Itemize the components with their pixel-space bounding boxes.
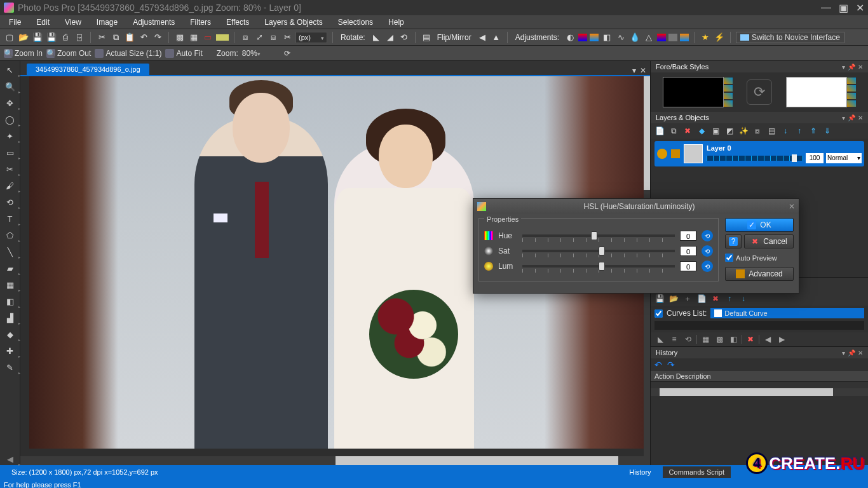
eraser-tool-icon[interactable]: ◧ <box>4 295 17 308</box>
curve-tool3-icon[interactable]: ⟲ <box>682 334 694 345</box>
hue-reset-icon[interactable]: ⟲ <box>702 230 713 241</box>
desaturate-icon[interactable] <box>668 34 677 41</box>
wand-tool-icon[interactable]: ✦ <box>4 130 17 142</box>
curves-icon[interactable]: ∿ <box>615 32 627 43</box>
hue-value[interactable]: 0 <box>680 231 696 241</box>
rotate-right-icon[interactable]: ◢ <box>384 32 396 43</box>
history-h-scrollbar[interactable] <box>651 388 868 396</box>
tab-menu-icon[interactable]: ▾ <box>632 66 636 75</box>
redo-history-icon[interactable]: ↷ <box>667 360 675 370</box>
flatten-icon[interactable]: ▤ <box>766 126 776 136</box>
opacity-value[interactable]: 100 <box>806 153 824 163</box>
pointer-tool-icon[interactable]: ↖ <box>4 64 17 76</box>
panel-menu-icon[interactable]: ▾ <box>842 64 845 71</box>
zoom-refresh-icon[interactable]: ⟳ <box>284 49 290 58</box>
swap-colors-icon[interactable]: ⟳ <box>747 79 772 105</box>
curve-tool9-icon[interactable]: ▶ <box>776 334 787 345</box>
zoom-in-button[interactable]: 🔍Zoom In <box>4 49 43 58</box>
magnify-tool-icon[interactable]: 🔍 <box>4 80 17 93</box>
color-balance-icon[interactable] <box>590 34 599 41</box>
curve-up-icon[interactable]: ↑ <box>724 294 735 304</box>
novice-button[interactable]: Switch to Novice Interface <box>736 32 844 43</box>
unit-dropdown[interactable]: (px) <box>295 32 327 43</box>
menu-effects[interactable]: Effects <box>220 17 255 28</box>
menu-help[interactable]: Help <box>382 17 410 28</box>
heal-tool-icon[interactable]: ✚ <box>4 344 17 357</box>
flip-v-icon[interactable]: ▲ <box>491 32 502 43</box>
hsl-help-button[interactable]: ? <box>725 234 742 248</box>
screenshot-icon[interactable]: ▩ <box>174 32 186 43</box>
menu-layers[interactable]: Layers & Objects <box>258 17 329 28</box>
canvas-resize-icon[interactable]: ⧇ <box>268 32 279 43</box>
menu-image[interactable]: Image <box>90 17 124 28</box>
new-layer-icon[interactable]: 📄 <box>654 126 665 136</box>
curve-tool6-icon[interactable]: ◧ <box>728 334 739 345</box>
lum-slider[interactable] <box>522 265 675 268</box>
menu-filters[interactable]: Filters <box>184 17 217 28</box>
lum-reset-icon[interactable]: ⟲ <box>702 261 713 272</box>
curve-del-icon[interactable]: 📄 <box>696 294 707 304</box>
ruler-icon[interactable] <box>216 34 229 41</box>
stamp-tool-icon[interactable]: ▟ <box>4 311 17 324</box>
shape-tool-icon[interactable]: ⬠ <box>4 229 17 241</box>
maximize-icon[interactable]: ▣ <box>839 2 848 14</box>
smudge-tool-icon[interactable]: ◆ <box>4 328 17 341</box>
layer-visibility-icon[interactable] <box>657 149 667 159</box>
curve-tool8-icon[interactable]: ◀ <box>762 334 773 345</box>
print-icon[interactable]: ⎙ <box>60 32 71 43</box>
curve-save-icon[interactable]: 💾 <box>654 294 665 304</box>
layer-group-icon[interactable]: ▣ <box>710 126 721 136</box>
layer-bottom-icon[interactable]: ⇓ <box>822 126 832 136</box>
foreground-swatch[interactable] <box>663 77 724 107</box>
redo-icon[interactable]: ↷ <box>152 32 163 43</box>
trim-icon[interactable]: ✂ <box>281 32 293 43</box>
lasso-tool-icon[interactable]: ◯ <box>4 113 17 126</box>
levels-icon[interactable]: ◧ <box>601 32 613 43</box>
sat-value[interactable]: 0 <box>680 246 696 256</box>
merge-down-icon[interactable]: ⧈ <box>752 126 763 136</box>
duplicate-layer-icon[interactable]: ⧉ <box>668 126 679 136</box>
layer-row[interactable]: Layer 0 100 Normal▾ <box>654 141 864 166</box>
flip-h-icon[interactable]: ◀ <box>477 32 488 43</box>
lum-value[interactable]: 0 <box>680 261 696 271</box>
crop-icon[interactable]: ⧈ <box>240 32 251 43</box>
picker-tool-icon[interactable]: ✎ <box>4 361 17 374</box>
fill-tool-icon[interactable]: ▰ <box>4 262 17 274</box>
crop-tool-icon[interactable]: ✂ <box>4 163 17 175</box>
curve-add-icon[interactable]: ＋ <box>682 294 693 304</box>
hsl-autopreview-checkbox[interactable]: Auto Preview <box>725 254 794 262</box>
status-commands-tab[interactable]: Commands Script <box>663 466 731 478</box>
curve-tool1-icon[interactable]: ◣ <box>654 334 666 345</box>
actual-size-button[interactable]: Actual Size (1:1) <box>95 49 161 58</box>
close-icon[interactable]: ✕ <box>856 2 864 14</box>
open-icon[interactable]: 📂 <box>18 32 29 43</box>
curve-open-icon[interactable]: 📂 <box>668 294 679 304</box>
blend-mode-dropdown[interactable]: Normal▾ <box>826 153 862 163</box>
minimize-icon[interactable]: — <box>821 2 831 14</box>
menu-edit[interactable]: Edit <box>30 17 56 28</box>
gradient-tool-icon[interactable]: ▦ <box>4 278 17 291</box>
hsl-icon[interactable] <box>578 34 587 41</box>
hsl-titlebar[interactable]: HSL (Hue/Saturation/Luminosity) ✕ <box>473 199 799 214</box>
text-tool-icon[interactable]: T <box>4 212 17 225</box>
transform-icon[interactable]: ▭ <box>202 32 214 43</box>
hsl-advanced-button[interactable]: Advanced <box>725 267 794 281</box>
layer-lock-icon[interactable] <box>671 149 680 158</box>
marquee-tool-icon[interactable]: ▭ <box>4 146 17 159</box>
auto-fit-button[interactable]: Auto Fit <box>165 49 202 58</box>
move-tool-icon[interactable]: ✥ <box>4 97 17 109</box>
saveall-icon[interactable]: 💾 <box>46 32 57 43</box>
new-icon[interactable]: ▢ <box>4 32 15 43</box>
menu-file[interactable]: File <box>3 17 27 28</box>
brightness-icon[interactable]: ◐ <box>564 32 576 43</box>
status-history-tab[interactable]: History <box>623 466 657 478</box>
delete-layer-icon[interactable]: ✖ <box>682 126 693 136</box>
grid-icon[interactable]: ▦ <box>188 32 200 43</box>
save-icon[interactable]: 💾 <box>32 32 43 43</box>
layer-top-icon[interactable]: ⇑ <box>808 126 818 136</box>
clone-tool-icon[interactable]: ⟲ <box>4 196 17 208</box>
zoom-dropdown[interactable]: 80% <box>242 49 280 58</box>
copy-icon[interactable]: ⧉ <box>110 32 121 43</box>
layer-fx-icon[interactable]: ✨ <box>738 126 749 136</box>
curve-tool7-icon[interactable]: ✖ <box>745 334 756 345</box>
